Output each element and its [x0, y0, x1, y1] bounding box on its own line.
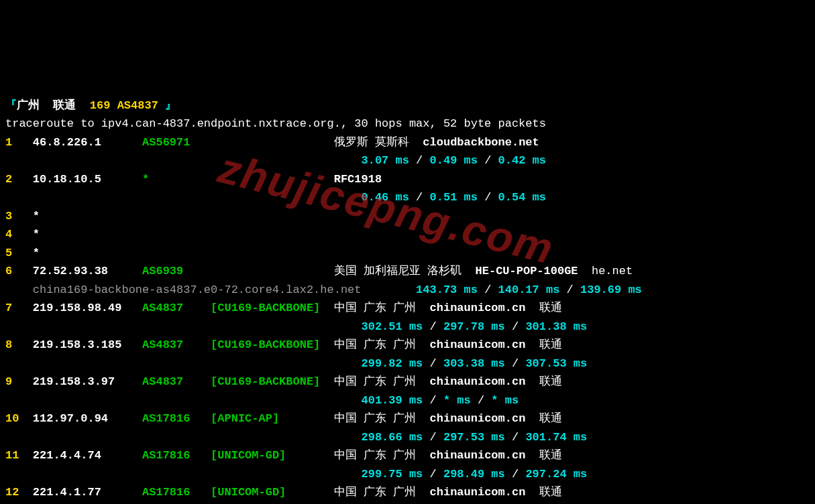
sep: / [423, 431, 443, 444]
hop-ip: 219.158.3.97 [33, 375, 142, 388]
sep: / [423, 394, 443, 407]
hop-tag: [UNICOM-GD] [211, 486, 334, 499]
hop-ip: * [33, 210, 142, 223]
hop-latency-3: 297.24 ms [525, 468, 587, 481]
hop-latency-1: 0.46 ms [362, 191, 409, 204]
hop-tag: [CU169-BACKBONE] [211, 302, 334, 314]
hop-number: 11 [5, 449, 33, 462]
hop-latency-3: 139.69 ms [580, 284, 642, 296]
hop-number: 12 [5, 486, 33, 499]
hop-ip: 72.52.93.38 [33, 265, 142, 277]
hop-latency-1: 299.82 ms [362, 357, 423, 370]
hop-latency-2: 298.49 ms [443, 468, 505, 481]
hop-host: chinaunicom.cn [430, 486, 526, 499]
hop-latency-2: 0.51 ms [430, 191, 478, 204]
hop-asn: AS17816 [142, 449, 211, 462]
sep: / [505, 431, 526, 444]
hop-location: 中国 广东 广州 [334, 302, 430, 314]
hop-isp: 联通 [525, 486, 561, 499]
hop-ip: 112.97.0.94 [33, 412, 142, 425]
hop-asn: AS4837 [142, 338, 211, 351]
hop-asn: AS17816 [142, 486, 211, 499]
hop-number: 4 [5, 228, 33, 241]
header-bracket-close: 』 [165, 99, 176, 112]
hop-ip: * [33, 228, 142, 241]
hop-latency-3: 0.42 ms [498, 154, 546, 167]
hop-host: cloudbackbone.net [423, 136, 539, 149]
hop-latency-2: 297.78 ms [443, 320, 505, 333]
hop-latency-3: 301.74 ms [525, 431, 587, 444]
hop-location: 中国 广东 广州 [334, 449, 430, 462]
sep: / [505, 320, 526, 333]
hop-isp: 联通 [525, 412, 561, 425]
hop-location: 中国 广东 广州 [334, 412, 430, 425]
hop-host: chinaunicom.cn [430, 375, 526, 388]
hop-latency-1: 3.07 ms [362, 154, 409, 167]
hop-latency-1: 143.73 ms [416, 284, 478, 296]
hop-host: chinaunicom.cn [430, 412, 526, 425]
sep: / [423, 468, 443, 481]
hop-asn: * [142, 173, 211, 186]
hop-latency-1: 302.51 ms [362, 320, 423, 333]
hop-number: 7 [5, 302, 33, 314]
sep: / [559, 284, 580, 296]
hop-ip: 219.158.3.185 [33, 338, 142, 351]
hop-tag: [APNIC-AP] [211, 412, 334, 425]
hop-location: 俄罗斯 莫斯科 [334, 136, 423, 149]
hop-host: chinaunicom.cn [430, 449, 526, 462]
hop-latency-2: 297.53 ms [443, 431, 505, 444]
hop-isp: he.net [578, 265, 633, 277]
sep: / [423, 357, 443, 370]
hop-location: 中国 广东 广州 [334, 338, 430, 351]
hop-isp: 联通 [525, 449, 561, 462]
header-bracket-open: 『 [5, 99, 17, 112]
hop-number: 5 [5, 247, 33, 259]
hop-ip: 221.4.1.77 [33, 486, 142, 499]
hop-latency-2: * ms [443, 394, 471, 407]
header-city: 广州 [17, 99, 40, 112]
hop-latency-3: 307.53 ms [525, 357, 587, 370]
hop-latency-2: 140.17 ms [498, 284, 560, 296]
terminal-output: 『广州 联通 169 AS4837 』 traceroute to ipv4.c… [0, 92, 815, 505]
hop-number: 10 [5, 412, 33, 425]
hop-number: 3 [5, 210, 33, 223]
hop-number: 2 [5, 173, 33, 186]
sep: / [478, 191, 498, 204]
hop-location: 美国 加利福尼亚 洛杉矶 [334, 265, 476, 277]
hop-asn: AS4837 [142, 302, 211, 314]
hop-ip: 10.18.10.5 [33, 173, 142, 186]
hop-reverse-dns: china169-backbone-as4837.e0-72.core4.lax… [33, 284, 416, 296]
hop-latency-3: * ms [491, 394, 519, 407]
hop-host: chinaunicom.cn [430, 302, 526, 314]
header-asn: AS4837 [117, 99, 158, 112]
sep: / [505, 468, 526, 481]
hop-ip: 46.8.226.1 [33, 136, 142, 149]
header-route: 169 [90, 99, 111, 112]
hop-isp: 联通 [525, 338, 561, 351]
sep: / [409, 154, 430, 167]
hop-latency-1: 401.39 ms [362, 394, 423, 407]
command-line: traceroute to ipv4.can-4837.endpoint.nxt… [5, 117, 546, 130]
hop-latency-3: 301.38 ms [525, 320, 587, 333]
hop-ip: 219.158.98.49 [33, 302, 142, 314]
hop-number: 9 [5, 375, 33, 388]
hop-asn: AS17816 [142, 412, 211, 425]
sep: / [478, 284, 498, 296]
hop-latency-2: 303.38 ms [443, 357, 505, 370]
hop-latency-1: 298.66 ms [362, 431, 423, 444]
hop-asn: AS56971 [142, 136, 211, 149]
hop-host: HE-CU-POP-100GE [476, 265, 578, 277]
hop-latency-2: 0.49 ms [430, 154, 478, 167]
hop-location: 中国 广东 广州 [334, 375, 430, 388]
sep: / [409, 191, 430, 204]
hop-ip: * [33, 247, 142, 259]
hop-location: 中国 广东 广州 [334, 486, 430, 499]
sep: / [478, 154, 498, 167]
hop-ip: 221.4.4.74 [33, 449, 142, 462]
header-isp: 联通 [53, 99, 76, 112]
hop-number: 6 [5, 265, 33, 277]
hop-asn: AS4837 [142, 375, 211, 388]
hop-number: 8 [5, 338, 33, 351]
hop-latency-1: 299.75 ms [362, 468, 423, 481]
hop-host: chinaunicom.cn [430, 338, 526, 351]
